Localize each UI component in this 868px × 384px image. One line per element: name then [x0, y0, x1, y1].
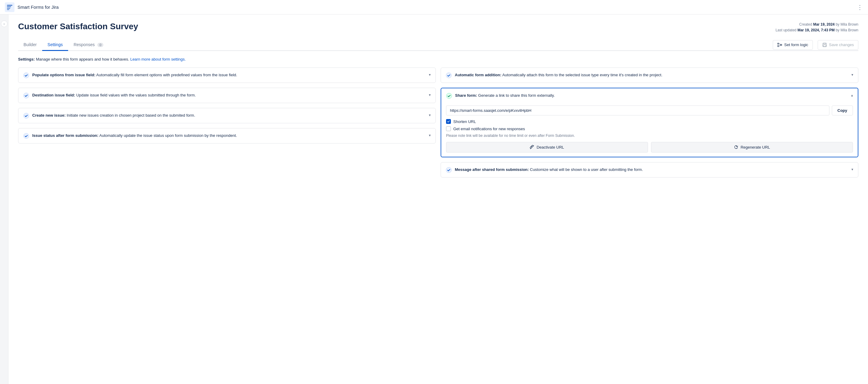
- email-notifications-checkbox[interactable]: [446, 126, 451, 131]
- create-new-issue-card: Create new issue: Initiate new issues cr…: [18, 108, 436, 123]
- destination-issue-card: Destination issue field: Update issue fi…: [18, 88, 436, 103]
- chevron-up-icon[interactable]: ▴: [851, 93, 853, 97]
- app-logo-icon: [5, 2, 14, 12]
- save-icon: [822, 42, 827, 47]
- tabs-row: Builder Settings Responses 0: [18, 39, 858, 51]
- settings-description: Settings: Manage where this form appears…: [18, 57, 858, 62]
- svg-line-17: [530, 146, 534, 149]
- email-notifications-row: Get email notifications for new response…: [446, 126, 853, 131]
- svg-rect-2: [7, 6, 11, 7]
- card-text: Issue status after form submission: Auto…: [32, 133, 237, 139]
- url-row: Copy: [446, 105, 853, 116]
- chevron-down-icon[interactable]: ▾: [851, 73, 853, 77]
- shorten-url-label: Shorten URL: [453, 119, 476, 124]
- sidebar-toggle[interactable]: ›: [0, 14, 8, 384]
- responses-badge: 0: [97, 43, 103, 47]
- svg-rect-3: [7, 8, 10, 9]
- updated-meta: Last updated Mar 19, 2024, 7:43 PM by Mi…: [775, 27, 858, 33]
- check-circle-green-icon: [446, 93, 452, 99]
- form-logic-icon: [777, 42, 782, 47]
- share-form-card-header: Share form: Generate a link to share thi…: [446, 93, 853, 99]
- email-notifications-label: Get email notifications for new response…: [453, 127, 525, 131]
- message-after-card: Message after shared form submission: Cu…: [441, 162, 858, 178]
- svg-point-5: [778, 43, 779, 44]
- svg-rect-0: [5, 2, 14, 12]
- share-form-card-body: Copy Shorten URL Get e: [446, 102, 853, 153]
- save-changes-button[interactable]: Save changes: [818, 40, 858, 50]
- automatic-form-card: Automatic form addition: Automatically a…: [441, 67, 858, 83]
- card-left: Destination issue field: Update issue fi…: [23, 92, 425, 99]
- share-form-card: Share form: Generate a link to share thi…: [441, 88, 858, 157]
- shorten-url-row: Shorten URL: [446, 119, 853, 124]
- svg-point-6: [778, 45, 779, 47]
- card-left: Create new issue: Initiate new issues cr…: [23, 113, 425, 119]
- svg-point-11: [24, 73, 29, 78]
- card-left: Populate options from issue field: Autom…: [23, 72, 425, 78]
- right-settings-column: Automatic form addition: Automatically a…: [441, 67, 858, 178]
- svg-rect-4: [7, 9, 9, 10]
- page-title: Customer Satisfaction Survey: [18, 22, 138, 31]
- svg-point-16: [446, 93, 452, 99]
- created-meta: Created Mar 19, 2024 by Mila Brown: [775, 22, 858, 27]
- chevron-down-icon[interactable]: ▾: [429, 113, 431, 117]
- card-left: Share form: Generate a link to share thi…: [446, 93, 851, 99]
- svg-rect-10: [823, 45, 826, 46]
- svg-point-12: [24, 93, 29, 98]
- chevron-down-icon[interactable]: ▾: [429, 133, 431, 137]
- tab-builder[interactable]: Builder: [18, 39, 42, 51]
- deactivate-url-icon: [530, 145, 534, 150]
- page-header: Customer Satisfaction Survey Created Mar…: [18, 22, 858, 33]
- check-circle-icon: [23, 113, 29, 119]
- tab-responses[interactable]: Responses 0: [68, 39, 109, 51]
- svg-point-15: [446, 73, 452, 78]
- card-actions: Deactivate URL Regenerate URL: [446, 142, 853, 153]
- card-left: Issue status after form submission: Auto…: [23, 133, 425, 139]
- page-meta: Created Mar 19, 2024 by Mila Brown Last …: [775, 22, 858, 33]
- svg-point-18: [446, 167, 452, 173]
- checkmark-icon: [447, 120, 450, 123]
- check-circle-icon: [23, 72, 29, 78]
- card-note: Please note link will be available for n…: [446, 133, 853, 138]
- populate-options-card: Populate options from issue field: Autom…: [18, 67, 436, 83]
- card-text: Message after shared form submission: Cu…: [455, 167, 643, 173]
- topbar: Smart Forms for Jira ⋮: [0, 0, 868, 14]
- card-text: Automatic form addition: Automatically a…: [455, 72, 662, 78]
- chevron-right-icon: ›: [4, 22, 5, 26]
- main-layout: › Customer Satisfaction Survey Created M…: [0, 14, 868, 384]
- more-options-icon[interactable]: ⋮: [857, 4, 863, 11]
- svg-point-14: [24, 133, 29, 139]
- chevron-down-icon[interactable]: ▾: [851, 167, 853, 171]
- deactivate-url-button[interactable]: Deactivate URL: [446, 142, 648, 153]
- card-text: Create new issue: Initiate new issues cr…: [32, 113, 195, 119]
- tab-actions: Set form logic Save changes: [773, 40, 858, 50]
- left-settings-column: Populate options from issue field: Autom…: [18, 67, 436, 178]
- card-text: Destination issue field: Update issue fi…: [32, 92, 196, 98]
- tabs: Builder Settings Responses 0: [18, 39, 109, 50]
- chevron-down-icon[interactable]: ▾: [429, 93, 431, 97]
- check-circle-icon: [23, 93, 29, 99]
- svg-point-13: [24, 113, 29, 119]
- settings-grid: Populate options from issue field: Autom…: [18, 67, 858, 178]
- svg-point-7: [781, 44, 782, 45]
- share-url-input[interactable]: [446, 105, 830, 116]
- card-left: Automatic form addition: Automatically a…: [446, 72, 848, 78]
- sidebar-expand-button[interactable]: ›: [1, 21, 7, 27]
- app-title: Smart Forms for Jira: [18, 4, 59, 10]
- learn-more-link[interactable]: Learn more about form settings.: [130, 57, 186, 62]
- copy-button[interactable]: Copy: [832, 105, 853, 116]
- set-form-logic-button[interactable]: Set form logic: [773, 40, 812, 50]
- check-circle-icon: [446, 72, 452, 78]
- check-circle-icon: [23, 133, 29, 139]
- topbar-left: Smart Forms for Jira: [5, 2, 59, 12]
- issue-status-card: Issue status after form submission: Auto…: [18, 128, 436, 143]
- card-text: Share form: Generate a link to share thi…: [455, 93, 555, 99]
- card-left: Message after shared form submission: Cu…: [446, 167, 848, 173]
- regenerate-url-button[interactable]: Regenerate URL: [651, 142, 853, 153]
- svg-rect-1: [7, 5, 12, 6]
- main-content: Customer Satisfaction Survey Created Mar…: [8, 14, 868, 384]
- tab-settings[interactable]: Settings: [42, 39, 68, 51]
- chevron-down-icon[interactable]: ▾: [429, 73, 431, 77]
- shorten-url-checkbox[interactable]: [446, 119, 451, 124]
- regenerate-url-icon: [734, 145, 738, 150]
- check-circle-icon: [446, 167, 452, 173]
